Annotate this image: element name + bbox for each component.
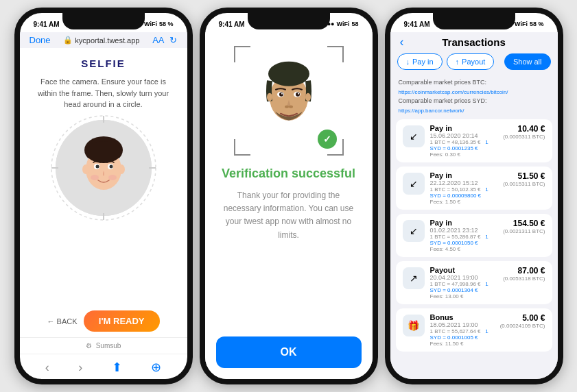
tx-btc: (0.0053118 BTC) xyxy=(503,275,545,282)
tx-rate: 1 BTC = 55,627.64 € 1 SYD = 0.0001005 € xyxy=(430,328,495,341)
status-bar-3: 9:41 AM ●●● WiFi 58 % xyxy=(390,13,558,32)
time-3: 9:41 AM xyxy=(404,21,430,28)
transaction-item[interactable]: ↙ Pay in 15.06.2020 20:14 1 BTC = 48,136… xyxy=(396,119,552,162)
browser-nav: Done 🔒 kycportal.twest.app AA ↻ xyxy=(20,32,187,48)
syd-market-link[interactable]: https://app.bancor.network/ xyxy=(399,108,464,114)
tx-amount: 51.50 € (0.0015311 BTC) xyxy=(503,171,545,187)
tx-type: Payout xyxy=(430,266,498,274)
face-scan-area: ✓ xyxy=(234,46,344,156)
tx-synd-link[interactable]: 1 SYD = 0.0001304 € xyxy=(430,281,488,293)
tx-date: 15.06.2020 20:14 xyxy=(430,132,498,139)
phones-container: 9:41 AM ●●● WiFi 58 % Done 🔒 kycportal.t… xyxy=(0,0,577,392)
svg-point-25 xyxy=(285,106,289,108)
elon-face-svg xyxy=(255,60,323,136)
tx-details: Payout 20.04.2021 19:00 1 BTC = 47,998.9… xyxy=(430,266,498,299)
payin-tab-icon: ↓ xyxy=(406,58,410,66)
back-arrow-button[interactable]: ‹ xyxy=(400,35,404,49)
tx-eur: 10.40 € xyxy=(503,124,545,134)
tx-details: Pay in 15.06.2020 20:14 1 BTC = 48,136.3… xyxy=(430,124,498,158)
selfie-body: SELFIE Face the camera. Ensure your face… xyxy=(20,48,187,337)
tx-rate: 1 BTC = 55,286.87 € 1 SYD = 0.0001050 € xyxy=(430,234,498,246)
phone-selfie: 9:41 AM ●●● WiFi 58 % Done 🔒 kycportal.t… xyxy=(14,8,193,384)
tx-fees: Fees: 4.50 € xyxy=(430,246,498,252)
tx-eur: 5.00 € xyxy=(500,313,545,323)
transactions-content: ‹ Transactions ↓ Pay in ↑ Payout Show al… xyxy=(390,32,558,379)
tx-eur: 51.50 € xyxy=(503,171,545,181)
ready-button[interactable]: I'M READY xyxy=(84,310,160,332)
tx-icon: ↗ xyxy=(403,267,425,289)
show-all-label: Show all xyxy=(513,58,542,66)
transactions-list: ↙ Pay in 15.06.2020 20:14 1 BTC = 48,136… xyxy=(390,119,558,379)
signal-icon-1: ●●● xyxy=(131,21,142,27)
wifi-icon-1: WiFi xyxy=(144,21,157,27)
selfie-instructions: Face the camera. Ensure your face is wit… xyxy=(31,76,176,110)
sumsub-icon: ⚙ xyxy=(86,342,92,350)
share-button[interactable]: ⬆ xyxy=(112,360,122,375)
payin-tab-label: Pay in xyxy=(412,58,434,66)
tx-fees: Fees: 11.50 € xyxy=(430,341,495,347)
tx-btc: (0.0005311 BTC) xyxy=(503,134,545,140)
status-bar-2: 9:41 AM ●●● WiFi 58 xyxy=(205,13,373,32)
tx-fees: Fees: 1.50 € xyxy=(430,199,498,205)
nav-right: AA ↻ xyxy=(152,35,177,45)
face-preview xyxy=(56,120,152,216)
svg-point-28 xyxy=(305,93,311,101)
svg-point-27 xyxy=(267,93,272,101)
svg-point-0 xyxy=(51,116,156,220)
tx-date: 22.12.2020 15:12 xyxy=(430,180,498,186)
battery-3: 58 % xyxy=(530,21,544,27)
payout-filter-tab[interactable]: ↑ Payout xyxy=(447,53,495,70)
compass-button[interactable]: ⊕ xyxy=(151,360,161,375)
url-bar[interactable]: 🔒 kycportal.twest.app xyxy=(63,36,139,45)
btc-market-link[interactable]: https://coinmarketcap.com/currencies/bit… xyxy=(399,89,508,95)
browser-bar: ‹ › ⬆ ⊕ xyxy=(20,354,187,379)
tx-synd-link[interactable]: 1 SYD = 0.0001050 € xyxy=(430,234,488,246)
payin-filter-tab[interactable]: ↓ Pay in xyxy=(397,53,443,70)
verification-checkmark: ✓ xyxy=(318,130,337,149)
show-all-tab[interactable]: Show all xyxy=(504,53,551,70)
face-ring-svg xyxy=(49,113,158,223)
transaction-item[interactable]: ↙ Pay in 22.12.2020 15:12 1 BTC = 50,102… xyxy=(396,167,552,210)
aa-button[interactable]: AA xyxy=(152,35,164,45)
time-1: 9:41 AM xyxy=(34,21,60,28)
tx-synd-link[interactable]: 1 SYD = 0.00009800 € xyxy=(430,186,488,199)
status-icons-2: ●●● WiFi 58 xyxy=(323,21,358,27)
tx-date: 01.02.2021 23:12 xyxy=(430,227,498,234)
back-button[interactable]: ← BACK xyxy=(47,317,78,326)
phone-transactions: 9:41 AM ●●● WiFi 58 % ‹ Transactions ↓ P… xyxy=(385,8,563,384)
scan-corner-tr xyxy=(327,46,344,62)
signal-icon-3: ●●● xyxy=(502,21,513,27)
tx-icon: ↙ xyxy=(403,173,425,195)
tx-icon: ↙ xyxy=(403,125,425,147)
transaction-item[interactable]: ↙ Pay in 01.02.2021 23:12 1 BTC = 55,286… xyxy=(396,214,552,257)
nav-prev-button[interactable]: ‹ xyxy=(45,360,49,375)
url-text: kycportal.twest.app xyxy=(75,36,139,45)
refresh-icon[interactable]: ↻ xyxy=(169,35,177,45)
done-button[interactable]: Done xyxy=(30,35,51,45)
tx-amount: 5.00 € (0.00024109 BTC) xyxy=(500,313,545,329)
tx-rate: 1 BTC = 50,102.35 € 1 SYD = 0.00009800 € xyxy=(430,186,498,199)
svg-point-21 xyxy=(279,93,283,97)
scan-corner-tl xyxy=(234,46,250,62)
tx-synd-link[interactable]: 1 SYD = 0.0001235 € xyxy=(430,139,488,151)
tx-icon: ↙ xyxy=(403,220,425,242)
tx-date: 18.05.2021 19:00 xyxy=(430,321,495,328)
tx-details: Bonus 18.05.2021 19:00 1 BTC = 55,627.64… xyxy=(430,313,495,347)
transaction-item[interactable]: ↗ Payout 20.04.2021 19:00 1 BTC = 47,998… xyxy=(396,261,552,304)
scanned-face xyxy=(255,60,323,138)
filter-tabs: ↓ Pay in ↑ Payout Show all xyxy=(390,53,558,75)
transactions-header: ‹ Transactions xyxy=(390,32,558,53)
success-title: Verification successful xyxy=(222,167,355,181)
nav-next-button[interactable]: › xyxy=(78,360,82,375)
ok-button[interactable]: OK xyxy=(216,336,362,368)
tx-details: Pay in 22.12.2020 15:12 1 BTC = 50,102.3… xyxy=(430,171,498,205)
status-icons-1: ●●● WiFi 58 % xyxy=(131,21,174,27)
payout-tab-icon: ↑ xyxy=(456,58,460,66)
verification-content: ✓ Verification successful Thank your for… xyxy=(205,32,373,379)
battery-1: 58 % xyxy=(159,21,174,27)
transaction-item[interactable]: 🎁 Bonus 18.05.2021 19:00 1 BTC = 55,627.… xyxy=(396,308,552,352)
svg-point-26 xyxy=(289,106,293,108)
svg-point-18 xyxy=(270,64,308,86)
tx-synd-link[interactable]: 1 SYD = 0.0001005 € xyxy=(430,328,488,341)
syd-market-label: Comparable market prices SYD: https://ap… xyxy=(399,97,550,115)
